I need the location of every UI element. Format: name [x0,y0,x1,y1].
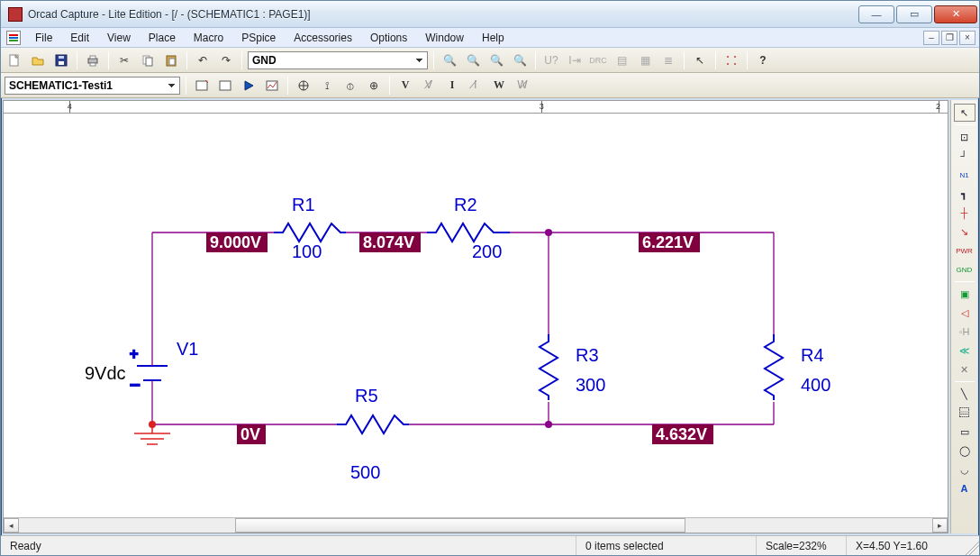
label-r2[interactable]: R2 [454,195,477,214]
new-sim-profile-button[interactable] [192,76,212,96]
place-part-icon[interactable]: ⊡ [954,128,975,146]
probe-4v[interactable]: 4.632V [652,424,713,444]
toggle-v-button[interactable]: V [395,76,415,96]
place-ground-icon[interactable]: GND [954,260,975,278]
help-button[interactable]: ? [753,50,773,70]
document-icon[interactable] [6,31,21,45]
maximize-button[interactable]: ▭ [896,5,932,23]
select-tool-icon[interactable]: ↖ [954,104,975,122]
place-junction-icon[interactable]: ┼ [954,204,975,222]
draw-arc-icon[interactable]: ◡ [954,460,975,479]
draw-polyline-icon[interactable]: ⿳ [954,404,975,422]
resize-grip-icon[interactable] [963,536,979,555]
zoom-in-button[interactable]: 🔍 [440,50,459,70]
component-r2[interactable] [427,223,510,242]
place-netalias-icon[interactable]: N1 [954,166,975,184]
titlebar[interactable]: Orcad Capture - Lite Edition - [/ - (SCH… [1,1,979,28]
probe-8v[interactable]: 8.074V [359,232,421,252]
zoom-out-button[interactable]: 🔍 [463,50,483,70]
power-probe-button[interactable]: ⊕ [364,76,384,96]
open-button[interactable] [28,50,48,70]
minimize-button[interactable]: — [858,5,894,23]
net-name-combo[interactable]: GND [248,51,428,69]
menu-help[interactable]: Help [473,30,513,46]
new-button[interactable] [5,50,24,70]
simulation-profile-combo[interactable]: SCHEMATIC1-Testi1 [5,77,180,95]
annotate-i-button[interactable]: I⇥ [565,50,585,70]
copy-button[interactable] [138,50,158,70]
mdi-close-button[interactable]: × [959,31,975,45]
value-r3[interactable]: 300 [576,375,605,395]
place-hierport-icon[interactable]: ◁ [954,304,975,322]
probe-9v[interactable]: 9.000V [206,232,268,252]
place-busentry-icon[interactable]: ↘ [954,223,975,241]
run-sim-button[interactable] [239,76,259,96]
value-r2[interactable]: 200 [472,242,502,261]
place-hierblock-icon[interactable]: ▣ [954,285,975,303]
value-r1[interactable]: 100 [292,242,322,261]
zoom-area-button[interactable]: 🔍 [486,50,506,70]
label-v1[interactable]: V1 [177,339,198,359]
diff-probe-button[interactable]: ⦶ [340,76,360,96]
place-power-icon[interactable]: PWR [954,242,975,260]
component-r5[interactable] [337,415,409,433]
cut-button[interactable]: ✂ [114,50,134,70]
draw-ellipse-icon[interactable]: ◯ [954,442,975,460]
mdi-minimize-button[interactable]: – [923,31,939,45]
print-button[interactable] [83,50,103,70]
menu-file[interactable]: File [26,30,61,46]
menu-accessories[interactable]: Accessories [285,30,361,46]
netlist-button[interactable]: ▤ [612,50,631,70]
menu-view[interactable]: View [98,30,140,46]
value-v1[interactable]: 9Vdc [85,363,126,383]
label-r3[interactable]: R3 [576,345,599,365]
place-hierpin-icon[interactable]: ◦H [954,323,975,341]
place-text-icon[interactable]: A [954,479,975,497]
menu-window[interactable]: Window [416,30,473,46]
voltage-probe-button[interactable] [294,76,313,96]
label-r5[interactable]: R5 [355,386,378,406]
component-r3[interactable] [540,334,558,400]
menu-options[interactable]: Options [361,30,416,46]
place-offpage-icon[interactable]: ≪ [954,342,975,360]
place-noconnect-icon[interactable]: ✕ [954,360,975,378]
crossref-button[interactable]: ▦ [635,50,655,70]
menu-pspice[interactable]: PSpice [232,30,285,46]
mdi-restore-button[interactable]: ❐ [941,31,957,45]
paste-button[interactable] [161,50,181,70]
zoom-fit-button[interactable]: 🔍 [510,50,530,70]
toggle-w-off-button[interactable]: W̸ [513,76,532,96]
toggle-w-button[interactable]: W [489,76,509,96]
place-bus-icon[interactable]: ┓ [954,185,975,203]
bom-button[interactable]: ≣ [658,50,678,70]
component-r1[interactable] [274,223,346,242]
current-probe-button[interactable]: ⟟ [317,76,337,96]
toggle-i-button[interactable]: I [442,76,462,96]
toggle-v-off-button[interactable]: V̸ [419,76,439,96]
menu-edit[interactable]: Edit [61,30,98,46]
label-r1[interactable]: R1 [292,195,315,214]
label-r4[interactable]: R4 [801,345,824,365]
probe-0v[interactable]: 0V [237,424,266,444]
menu-place[interactable]: Place [140,30,185,46]
menu-macro[interactable]: Macro [185,30,232,46]
draw-line-icon[interactable]: ╲ [954,385,975,403]
annotate-u-button[interactable]: U? [541,50,561,70]
scroll-left-button[interactable]: ◂ [4,518,19,533]
place-wire-icon[interactable]: ┘ [954,147,975,165]
scroll-track[interactable] [19,518,932,533]
draw-rect-icon[interactable]: ▭ [954,423,975,441]
undo-button[interactable]: ↶ [193,50,213,70]
select-tool-button[interactable]: ↖ [690,50,710,70]
toggle-i-off-button[interactable]: I̸ [466,76,485,96]
horizontal-scrollbar[interactable]: ◂ ▸ [4,517,948,533]
snap-grid-button[interactable] [721,50,741,70]
component-v1[interactable]: + − [130,346,168,395]
redo-button[interactable]: ↷ [216,50,236,70]
view-results-button[interactable] [262,76,282,96]
scroll-right-button[interactable]: ▸ [932,518,948,533]
value-r5[interactable]: 500 [350,462,380,482]
edit-sim-profile-button[interactable] [215,76,235,96]
value-r4[interactable]: 400 [801,375,830,395]
scroll-thumb[interactable] [235,518,685,533]
